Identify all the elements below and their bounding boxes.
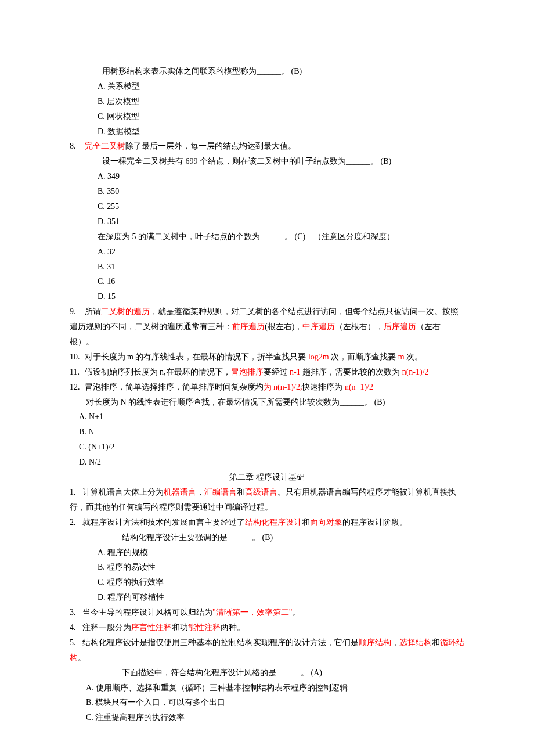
q7-opt-a: A. 关系模型 [70, 79, 464, 94]
q8s1-b: B. 350 [70, 184, 464, 199]
q12-r2: n(n+1)/2 [345, 383, 373, 391]
q9-r1: 二叉树的遍历 [101, 307, 150, 316]
c2q2-t2: 和 [302, 518, 310, 527]
q8-term: 完全二叉树 [85, 142, 125, 150]
q9-t1: 所谓 [85, 307, 101, 316]
q9-t3: (根左右)， [265, 322, 302, 331]
q9-num: 9. [70, 304, 82, 319]
c2q5-t4: 。 [78, 653, 86, 662]
c2q1-r1: 机器语言 [164, 488, 196, 496]
c2q3-t2: 。 [292, 608, 300, 617]
c2q4-t1: 注释一般分为 [82, 623, 131, 632]
q12-t2: 快速排序为 [302, 383, 345, 391]
q7-sub-ans: (B) [291, 67, 302, 75]
c2q4-t2: 和功 [172, 623, 188, 632]
q9-r4: 后序遍历 [384, 322, 416, 331]
c2q5-sub: 下面描述中，符合结构化程序设计风格的是______。 (A) [70, 665, 464, 681]
q7-sub-stem-text: 用树形结构来表示实体之间联系的模型称为______。 [102, 67, 289, 75]
c2q5-t1: 结构化程序设计是指仅使用三种基本的控制结构实现程序的设计方法，它们是 [82, 638, 359, 647]
c2q1-t1: 计算机语言大体上分为 [82, 488, 164, 496]
c2q1-t2: ， [196, 488, 204, 496]
c2q1-t3: 和 [237, 488, 245, 496]
c2q2-sub: 结构化程序设计主要强调的是______。 (B) [70, 530, 464, 545]
q12-a: A. N+1 [70, 409, 464, 424]
q8-stem: 8. 完全二叉树除了最后一层外，每一层的结点均达到最大值。 [70, 139, 464, 154]
c2q5-t3: 和 [432, 638, 440, 647]
q12-b: B. N [70, 424, 464, 440]
q12-sub-ans: (B) [374, 398, 385, 406]
q8-sub2-stem: 在深度为 5 的满二叉树中，叶子结点的个数为______。 (C) （注意区分度… [70, 229, 464, 244]
q8s2-c: C. 16 [70, 274, 464, 289]
c2q3-num: 3. [70, 605, 82, 620]
c2q2-c: C. 程序的执行效率 [70, 575, 464, 590]
q12-d: D. N/2 [70, 455, 464, 470]
q12-t1: 冒泡排序，简单选择排序，简单排序时间复杂度均 [85, 383, 264, 391]
c2q4-r2: 能性注释 [188, 623, 221, 632]
chapter2-title: 第二章 程序设计基础 [70, 470, 464, 485]
q11-t3: 趟排序，需要比较的次数为 [301, 368, 402, 376]
c2q5-c: C. 注重提高程序的执行效率 [70, 710, 464, 725]
q10-num: 10. [70, 350, 82, 365]
q12-sub-t: 对长度为 N 的线性表进行顺序查找，在最坏情况下所需要的比较次数为______。 [86, 398, 372, 406]
q7-opt-b: B. 层次模型 [70, 94, 464, 109]
c2q1-num: 1. [70, 485, 82, 500]
q8-sub1-text: 设一棵完全二叉树共有 699 个结点，则在该二叉树中的叶子结点数为______。 [102, 157, 378, 165]
c2q5-b: B. 模块只有一个入口，可以有多个出口 [70, 695, 464, 710]
c2q5-r2: 选择结构 [399, 638, 432, 647]
q11-r1: 冒泡排序 [231, 368, 264, 376]
q8s1-d: D. 351 [70, 214, 464, 229]
c2q1: 1.计算机语言大体上分为机器语言，汇编语言和高级语言。只有用机器语言编写的程序才… [70, 485, 464, 515]
q12: 12. 冒泡排序，简单选择排序，简单排序时间复杂度均为 n(n-1)/2,快速排… [70, 380, 464, 395]
q11-t1: 假设初始序列长度为 n,在最坏的情况下， [85, 368, 231, 376]
q11: 11. 假设初始序列长度为 n,在最坏的情况下，冒泡排序要经过 n-1 趟排序，… [70, 365, 464, 380]
q10-t2: 次，而顺序查找要 [329, 352, 398, 361]
q8-sub1-stem: 设一棵完全二叉树共有 699 个结点，则在该二叉树中的叶子结点数为______。… [70, 154, 464, 169]
q10-t1: 对于长度为 m 的有序线性表，在最坏的情况下，折半查找只要 [85, 352, 308, 361]
c2q5-t2: ， [391, 638, 399, 647]
q8s2-a: A. 32 [70, 244, 464, 260]
c2q4: 4.注释一般分为序言性注释和功能性注释两种。 [70, 620, 464, 635]
q8-num: 8. [70, 139, 82, 154]
c2q5: 5.结构化程序设计是指仅使用三种基本的控制结构实现程序的设计方法，它们是顺序结构… [70, 635, 464, 665]
q12-num: 12. [70, 380, 82, 395]
q8-sub2-note: （注意区分度和深度） [313, 232, 395, 241]
q7-sub-stem: 用树形结构来表示实体之间联系的模型称为______。 (B) [70, 64, 464, 79]
q9-t4: （左根右）， [335, 322, 384, 331]
c2q3-r1: "清晰第一，效率第二" [212, 608, 292, 617]
q8s2-d: D. 15 [70, 289, 464, 304]
c2q5-a: A. 使用顺序、选择和重复（循环）三种基本控制结构表示程序的控制逻辑 [70, 681, 464, 696]
c2q4-num: 4. [70, 620, 82, 635]
q9: 9. 所谓二叉树的遍历，就是遵循某种规则，对二叉树的各个结点进行访问，但每个结点… [70, 304, 464, 350]
c2q2-sub-ans: (B) [262, 533, 273, 542]
c2q2-d: D. 程序的可移植性 [70, 590, 464, 605]
c2q2-t1: 就程序设计方法和技术的发展而言主要经过了 [82, 518, 245, 527]
q8-sub2-text: 在深度为 5 的满二叉树中，叶子结点的个数为______。 [98, 232, 293, 241]
q11-r2: n-1 [290, 368, 301, 376]
c2q2-a: A. 程序的规模 [70, 545, 464, 560]
q8s1-c: C. 255 [70, 199, 464, 214]
c2q5-sub-t: 下面描述中，符合结构化程序设计风格的是______。 [122, 668, 309, 677]
q7-opt-c: C. 网状模型 [70, 109, 464, 124]
q7-opt-d: D. 数据模型 [70, 124, 464, 139]
c2q2-b: B. 程序的易读性 [70, 560, 464, 575]
q11-r3: n(n-1)/2 [402, 368, 429, 376]
c2q3: 3.当今主导的程序设计风格可以归结为"清晰第一，效率第二"。 [70, 605, 464, 620]
q11-num: 11. [70, 365, 82, 380]
c2q2-num: 2. [70, 515, 82, 530]
q10-t3: 次。 [405, 352, 423, 361]
c2q1-r3: 高级语言 [245, 488, 277, 496]
c2q2-t3: 的程序设计阶段。 [342, 518, 407, 527]
q9-r3: 中序遍历 [302, 322, 335, 331]
c2q5-sub-ans: (A) [311, 668, 322, 677]
q10: 10. 对于长度为 m 的有序线性表，在最坏的情况下，折半查找只要 log2m … [70, 350, 464, 365]
q12-r1: 为 n(n-1)/2, [264, 383, 302, 391]
q8-rest: 除了最后一层外，每一层的结点均达到最大值。 [125, 142, 296, 150]
q8s1-a: A. 349 [70, 169, 464, 184]
c2q5-num: 5. [70, 635, 82, 650]
q8-sub1-ans: (B) [381, 157, 392, 165]
q10-r1: log2m [308, 352, 329, 361]
q8-sub2-ans: (C) [295, 232, 306, 241]
c2q1-r2: 汇编语言 [204, 488, 237, 496]
q8s2-b: B. 31 [70, 260, 464, 275]
c2q2-sub-t: 结构化程序设计主要强调的是______。 [122, 533, 260, 542]
